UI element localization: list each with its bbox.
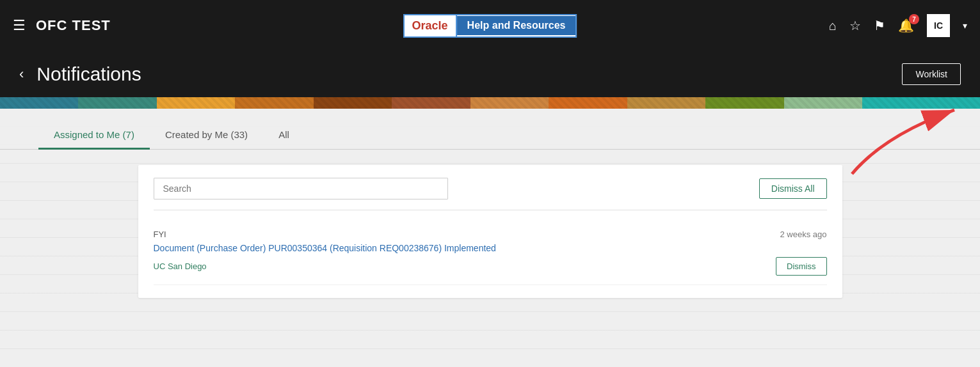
user-dropdown-icon[interactable]: ▾ <box>963 20 967 31</box>
dismiss-all-button[interactable]: Dismiss All <box>759 178 827 199</box>
notification-link[interactable]: Document (Purchase Order) PUR00350364 (R… <box>154 243 827 253</box>
search-input[interactable] <box>154 178 448 199</box>
tabs-container: Assigned to Me (7) Created by Me (33) Al… <box>0 109 980 150</box>
user-avatar[interactable]: IC <box>927 14 950 37</box>
back-arrow-icon[interactable]: ‹ <box>19 66 24 82</box>
main-content: Assigned to Me (7) Created by Me (33) Al… <box>0 109 980 367</box>
notification-item: FYI 2 weeks ago Document (Purchase Order… <box>154 221 827 285</box>
oracle-logo-text: Oracle <box>405 15 457 36</box>
bell-icon[interactable]: 🔔 7 <box>898 18 914 33</box>
tab-assigned-to-me[interactable]: Assigned to Me (7) <box>38 121 150 150</box>
notification-meta: FYI 2 weeks ago <box>154 230 827 239</box>
search-row: Dismiss All <box>154 178 827 210</box>
worklist-button[interactable]: Worklist <box>902 63 961 85</box>
tab-created-by-me[interactable]: Created by Me (33) <box>150 121 263 150</box>
hamburger-icon[interactable]: ☰ <box>13 17 26 34</box>
notification-footer: UC San Diego Dismiss <box>154 257 827 276</box>
dismiss-button[interactable]: Dismiss <box>776 257 827 276</box>
notification-time: 2 weeks ago <box>780 230 827 239</box>
oracle-banner[interactable]: Oracle Help and Resources <box>403 14 577 38</box>
notifications-header: ‹ Notifications Worklist <box>0 51 980 97</box>
flag-icon[interactable]: ⚑ <box>874 18 885 33</box>
app-title: OFC TEST <box>36 17 111 34</box>
nav-icons: ⌂ ☆ ⚑ 🔔 7 IC ▾ <box>829 14 967 37</box>
decorative-banner <box>0 97 980 109</box>
home-icon[interactable]: ⌂ <box>829 19 837 33</box>
notification-type: FYI <box>154 230 166 239</box>
bell-badge: 7 <box>909 14 919 24</box>
notifications-panel: Dismiss All FYI 2 weeks ago Document (Pu… <box>138 165 842 298</box>
notifications-title: Notifications <box>36 63 141 85</box>
star-icon[interactable]: ☆ <box>849 18 861 33</box>
top-nav: ☰ OFC TEST Oracle Help and Resources ⌂ ☆… <box>0 0 980 51</box>
oracle-help-text: Help and Resources <box>457 16 576 35</box>
tab-all[interactable]: All <box>263 121 305 150</box>
notification-org: UC San Diego <box>154 262 207 271</box>
